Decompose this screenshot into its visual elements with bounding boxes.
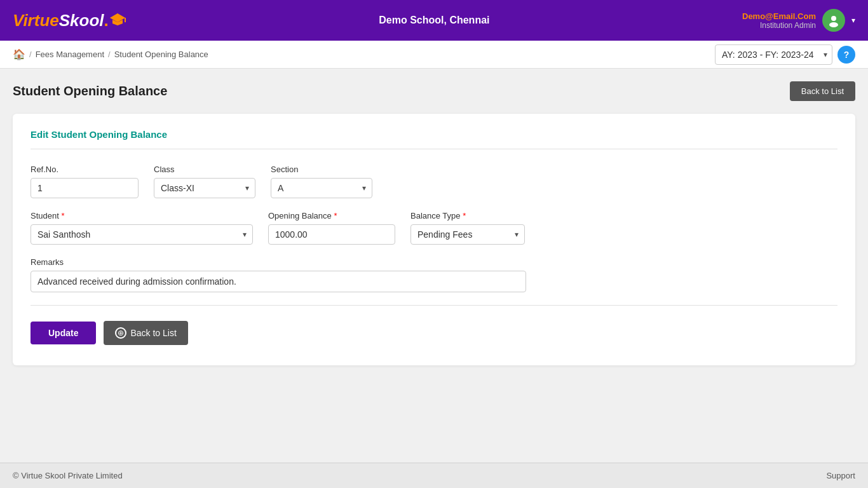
remarks-label: Remarks [31, 257, 526, 267]
update-button[interactable]: Update [31, 322, 96, 344]
back-circle-icon: ⊕ [115, 327, 126, 339]
back-to-list-button[interactable]: ⊕ Back to List [104, 321, 187, 345]
class-select-wrapper: Class-XI Class-X Class-IX [154, 178, 255, 198]
ay-dropdown[interactable]: AY: 2023 - FY: 2023-24 [715, 44, 832, 65]
balance-type-label: Balance Type * [410, 211, 525, 220]
svg-point-3 [831, 16, 836, 21]
section-select[interactable]: A B C [271, 178, 372, 198]
support-link[interactable]: Support [826, 471, 855, 480]
section-group: Section A B C [271, 165, 372, 198]
ref-no-group: Ref.No. [31, 165, 139, 198]
section-label: Section [271, 165, 372, 174]
class-label: Class [154, 165, 255, 174]
back-to-list-header-button[interactable]: Back to List [790, 81, 855, 101]
user-role: Institution Admin [742, 21, 816, 30]
student-select[interactable]: Sai Santhosh [31, 224, 253, 245]
user-icon [827, 13, 841, 27]
page-title: Student Opening Balance [13, 84, 167, 98]
avatar[interactable] [822, 9, 845, 32]
form-card: Edit Student Opening Balance Ref.No. Cla… [13, 114, 855, 365]
opening-balance-required: * [334, 211, 337, 220]
breadcrumb: 🏠 / Fees Management / Student Opening Ba… [13, 48, 208, 60]
back-btn-label: Back to List [130, 328, 176, 338]
opening-balance-input[interactable] [268, 224, 395, 245]
ref-no-label: Ref.No. [31, 165, 139, 174]
class-group: Class Class-XI Class-X Class-IX [154, 165, 255, 198]
logo-skool: Skool [59, 11, 104, 30]
student-group: Student * Sai Santhosh [31, 211, 253, 245]
student-select-wrapper: Sai Santhosh [31, 224, 253, 245]
remarks-input[interactable] [31, 271, 526, 292]
balance-type-select[interactable]: Pending Fees Advance [410, 224, 525, 245]
form-row-2: Student * Sai Santhosh Opening Balance * [31, 211, 837, 245]
form-section-title: Edit Student Opening Balance [31, 129, 837, 149]
separator2: / [108, 50, 111, 59]
breadcrumb-fees-management[interactable]: Fees Management [36, 50, 104, 59]
user-area: Demo@Email.Com Institution Admin ▾ [742, 9, 855, 32]
student-required: * [61, 211, 64, 220]
page-header: Student Opening Balance Back to List [13, 81, 855, 101]
logo-dot: . [104, 11, 109, 30]
form-row-3: Remarks [31, 257, 837, 292]
breadcrumb-current: Student Opening Balance [114, 50, 208, 59]
svg-point-4 [829, 22, 838, 27]
user-dropdown-chevron[interactable]: ▾ [851, 16, 855, 25]
svg-marker-0 [110, 13, 125, 22]
opening-balance-label: Opening Balance * [268, 211, 395, 220]
form-row-1: Ref.No. Class Class-XI Class-X Class-IX … [31, 165, 837, 198]
ref-no-input[interactable] [31, 178, 139, 198]
student-label: Student * [31, 211, 253, 220]
main-content: Student Opening Balance Back to List Edi… [0, 69, 868, 463]
graduation-cap-icon [109, 12, 126, 26]
home-icon[interactable]: 🏠 [13, 48, 25, 60]
help-button[interactable]: ? [837, 46, 855, 64]
logo-virtue: Virtue [13, 11, 59, 30]
balance-type-required: * [463, 211, 466, 220]
remarks-group: Remarks [31, 257, 526, 292]
user-info: Demo@Email.Com Institution Admin [742, 11, 816, 30]
btn-row: Update ⊕ Back to List [31, 321, 837, 345]
form-divider [31, 305, 837, 306]
breadcrumb-bar: 🏠 / Fees Management / Student Opening Ba… [0, 41, 868, 69]
footer: © Virtue Skool Private Limited Support [0, 463, 868, 488]
class-select[interactable]: Class-XI Class-X Class-IX [154, 178, 255, 198]
logo: Virtue Skool . [13, 11, 126, 30]
copyright: © Virtue Skool Private Limited [13, 471, 123, 480]
school-name: Demo School, Chennai [379, 15, 489, 26]
header: Virtue Skool . Demo School, Chennai Demo… [0, 0, 868, 41]
section-select-wrapper: A B C [271, 178, 372, 198]
balance-type-select-wrapper: Pending Fees Advance [410, 224, 525, 245]
balance-type-group: Balance Type * Pending Fees Advance [410, 211, 525, 245]
separator: / [29, 50, 32, 59]
user-email: Demo@Email.Com [742, 11, 816, 21]
ay-selector: AY: 2023 - FY: 2023-24 ? [715, 44, 855, 65]
opening-balance-group: Opening Balance * [268, 211, 395, 245]
ay-wrapper: AY: 2023 - FY: 2023-24 [715, 44, 832, 65]
